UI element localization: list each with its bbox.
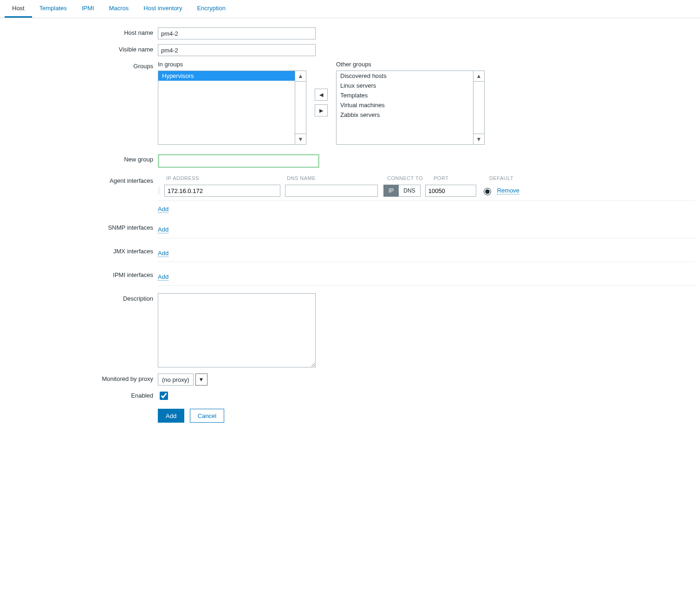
- agent-add-link[interactable]: Add: [158, 206, 169, 213]
- other-groups-option[interactable]: Linux servers: [337, 81, 473, 90]
- agent-default-radio[interactable]: [484, 188, 491, 195]
- ipmi-add-link[interactable]: Add: [158, 273, 169, 281]
- other-groups-option[interactable]: Discovered hosts: [337, 71, 473, 81]
- other-groups-scroll-up[interactable]: ▲: [473, 71, 485, 82]
- description-textarea[interactable]: [158, 293, 316, 367]
- label-snmp-interfaces: SNMP interfaces: [5, 222, 158, 231]
- enabled-checkbox[interactable]: [160, 392, 168, 400]
- label-groups: Groups: [5, 61, 158, 70]
- tab-macros[interactable]: Macros: [102, 0, 136, 18]
- tab-encryption[interactable]: Encryption: [189, 0, 233, 18]
- drag-handle-icon[interactable]: :::::::::: [158, 187, 164, 194]
- move-right-button[interactable]: ▶: [315, 104, 328, 116]
- other-groups-listbox[interactable]: Discovered hosts Linux servers Templates…: [336, 71, 485, 145]
- th-ip-address: IP ADDRESS: [166, 175, 287, 181]
- label-description: Description: [5, 293, 158, 302]
- in-groups-scroll-up[interactable]: ▲: [295, 71, 306, 82]
- other-groups-option[interactable]: Virtual machines: [337, 100, 473, 110]
- label-ipmi-interfaces: IPMI interfaces: [5, 270, 158, 278]
- add-button[interactable]: Add: [158, 409, 184, 423]
- proxy-select-value[interactable]: (no proxy): [158, 373, 194, 386]
- label-host-name: Host name: [5, 27, 158, 36]
- other-groups-scroll-down[interactable]: ▼: [473, 134, 485, 145]
- label-agent-interfaces: Agent interfaces: [5, 175, 158, 184]
- agent-port-input[interactable]: [425, 185, 476, 197]
- other-groups-option[interactable]: Templates: [337, 90, 473, 100]
- label-enabled: Enabled: [5, 390, 158, 399]
- tab-ipmi[interactable]: IPMI: [74, 0, 102, 18]
- move-left-button[interactable]: ◀: [315, 89, 328, 101]
- connect-to-ip-button[interactable]: IP: [383, 185, 399, 197]
- tab-host-inventory[interactable]: Host inventory: [136, 0, 189, 18]
- label-visible-name: Visible name: [5, 44, 158, 53]
- in-groups-listbox[interactable]: Hypervisors ▲ ▼: [158, 71, 306, 145]
- agent-dns-input[interactable]: [285, 185, 378, 197]
- th-dns-name: DNS NAME: [287, 175, 384, 181]
- visible-name-input[interactable]: [158, 44, 316, 56]
- agent-remove-link[interactable]: Remove: [497, 187, 519, 194]
- other-groups-option[interactable]: Zabbix servers: [337, 110, 473, 120]
- host-name-input[interactable]: [158, 27, 316, 39]
- agent-ip-input[interactable]: [164, 185, 280, 197]
- agent-interface-row: ::::::::: IP DNS Remove: [158, 183, 695, 201]
- label-other-groups: Other groups: [336, 61, 485, 68]
- connect-to-dns-button[interactable]: DNS: [399, 185, 420, 197]
- label-new-group: New group: [5, 154, 158, 163]
- th-port: PORT: [434, 175, 489, 181]
- host-form: Host name Visible name Groups In groups …: [0, 18, 700, 446]
- tab-templates[interactable]: Templates: [32, 0, 74, 18]
- cancel-button[interactable]: Cancel: [190, 409, 224, 423]
- tabs-bar: Host Templates IPMI Macros Host inventor…: [0, 0, 700, 18]
- jmx-add-link[interactable]: Add: [158, 250, 169, 257]
- snmp-add-link[interactable]: Add: [158, 226, 169, 233]
- th-default: DEFAULT: [489, 175, 526, 181]
- th-connect-to: CONNECT TO: [387, 175, 434, 181]
- label-monitored-by-proxy: Monitored by proxy: [5, 373, 158, 382]
- proxy-dropdown-button[interactable]: ▼: [195, 373, 207, 386]
- label-jmx-interfaces: JMX interfaces: [5, 246, 158, 255]
- agent-connect-to-toggle: IP DNS: [383, 185, 421, 197]
- in-groups-option[interactable]: Hypervisors: [158, 71, 295, 81]
- tab-host[interactable]: Host: [5, 0, 32, 18]
- new-group-input[interactable]: [158, 154, 319, 168]
- chevron-down-icon: ▼: [199, 376, 204, 383]
- in-groups-scroll-down[interactable]: ▼: [295, 134, 306, 145]
- label-in-groups: In groups: [158, 61, 306, 68]
